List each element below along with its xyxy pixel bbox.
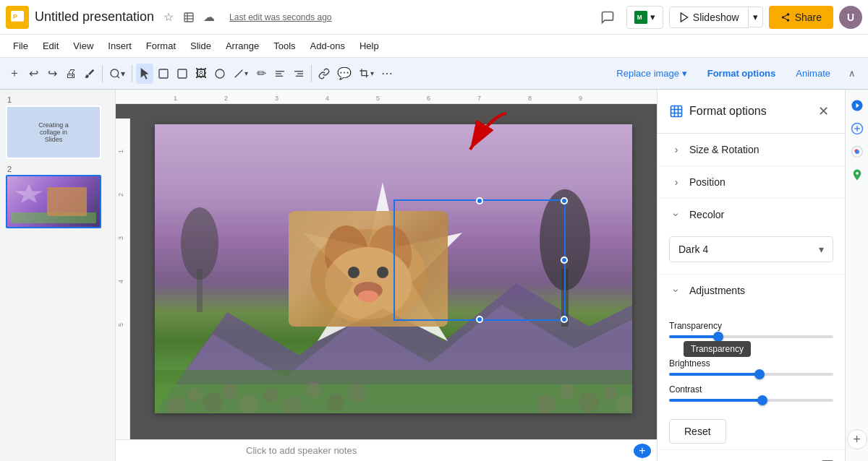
pen-tool[interactable]: ✏: [252, 64, 270, 84]
adjustments-header[interactable]: › Adjustments: [658, 275, 845, 306]
transparency-label: Transparency: [669, 321, 833, 331]
format-options-label: Format options: [707, 68, 776, 79]
menu-format[interactable]: Format: [139, 38, 183, 54]
sidebar-maps-icon[interactable]: [847, 165, 867, 185]
meet-icon-label: ▾: [650, 12, 655, 22]
transparency-slider-row: [669, 335, 833, 338]
size-rotation-header[interactable]: › Size & Rotation: [658, 134, 845, 165]
menu-slide[interactable]: Slide: [183, 38, 218, 54]
user-avatar[interactable]: U: [839, 6, 862, 29]
comment-tool[interactable]: 💬: [334, 64, 354, 84]
last-edit-status[interactable]: Last edit was seconds ago: [229, 12, 331, 22]
line-tool[interactable]: ▾: [230, 64, 251, 84]
transparency-slider[interactable]: [669, 335, 833, 338]
sidebar-google-icon[interactable]: [847, 119, 867, 139]
add-slide-toolbar-btn[interactable]: ＋: [6, 64, 23, 84]
size-rotation-title: Size & Rotation: [689, 144, 760, 155]
slideshow-dropdown[interactable]: ▾: [749, 7, 763, 27]
star-icon[interactable]: ☆: [160, 9, 177, 26]
toolbar-collapse-btn[interactable]: ∧: [842, 64, 862, 84]
align-left-tool[interactable]: [271, 64, 289, 84]
circle-tool[interactable]: [211, 64, 229, 84]
svg-rect-18: [296, 75, 303, 76]
drop-shadow-header[interactable]: › Drop shadow: [658, 450, 845, 461]
svg-text:P: P: [13, 13, 17, 20]
shape-tool[interactable]: [174, 64, 191, 84]
share-label: Share: [795, 12, 822, 23]
svg-rect-15: [276, 75, 283, 76]
position-section: › Position: [658, 166, 845, 199]
position-header[interactable]: › Position: [658, 166, 845, 198]
brightness-slider[interactable]: [669, 373, 833, 376]
svg-text:M: M: [637, 14, 642, 21]
svg-point-7: [111, 69, 119, 77]
slide-num-2: 2: [6, 165, 109, 173]
svg-text:8: 8: [528, 95, 532, 102]
toolbar-actions: Replace image ▾ Format options Animate ∧: [608, 64, 862, 84]
menu-file[interactable]: File: [6, 38, 35, 54]
svg-line-8: [117, 76, 119, 78]
slide-canvas[interactable]: [155, 124, 632, 413]
svg-marker-6: [681, 13, 687, 22]
contrast-thumb[interactable]: [757, 395, 767, 405]
panel-close-btn[interactable]: ✕: [813, 101, 833, 121]
toolbar-separator: [102, 65, 103, 82]
sidebar-add-btn[interactable]: +: [847, 429, 867, 449]
recolor-dropdown[interactable]: Dark 4 ▾: [669, 236, 833, 262]
contrast-slider-row: [669, 399, 833, 402]
menu-help[interactable]: Help: [352, 38, 386, 54]
menu-insert[interactable]: Insert: [101, 38, 139, 54]
share-button[interactable]: Share: [769, 6, 833, 29]
slide-thumb-2[interactable]: 2: [6, 165, 109, 228]
sidebar-explore-icon[interactable]: [847, 95, 867, 116]
undo-btn[interactable]: ↩: [25, 64, 42, 84]
slide-image-1[interactable]: Creating acollage inSlides: [6, 105, 101, 159]
tooltip-text: Transparency: [691, 344, 744, 354]
redo-btn[interactable]: ↪: [43, 64, 61, 84]
more-tool[interactable]: ⋯: [378, 64, 396, 84]
recolor-section: › Recolor Dark 4 ▾: [658, 199, 845, 275]
image-tool[interactable]: 🖼: [192, 64, 210, 84]
format-options-btn[interactable]: Format options: [699, 64, 785, 82]
size-rotation-chevron: ›: [669, 142, 684, 157]
brightness-thumb[interactable]: [754, 369, 765, 379]
menu-view[interactable]: View: [66, 38, 101, 54]
menu-arrange[interactable]: Arrange: [218, 38, 266, 54]
transparency-thumb[interactable]: [713, 332, 723, 342]
document-title[interactable]: Untitled presentation: [35, 9, 154, 25]
svg-text:7: 7: [477, 95, 481, 102]
print-btn[interactable]: 🖨: [62, 64, 80, 84]
contrast-slider[interactable]: [669, 399, 833, 402]
slide-thumb-1[interactable]: 1 Creating acollage inSlides: [6, 95, 109, 159]
menu-edit[interactable]: Edit: [35, 38, 66, 54]
slideshow-button[interactable]: Slideshow: [669, 7, 749, 28]
svg-point-61: [348, 267, 359, 278]
google-meet-button[interactable]: M ▾: [626, 6, 663, 29]
recolor-header[interactable]: › Recolor: [658, 199, 845, 231]
zoom-selector[interactable]: ▾: [106, 64, 128, 84]
toolbar: ＋ ↩ ↪ 🖨 ▾ 🖼 ▾ ✏ 💬 ▾ ⋯ R: [0, 58, 868, 90]
align-right-tool[interactable]: [290, 64, 307, 84]
menu-tools[interactable]: Tools: [266, 38, 302, 54]
sidebar-chrome-icon[interactable]: [847, 142, 867, 162]
cloud-icon[interactable]: ☁: [200, 9, 218, 26]
speaker-notes[interactable]: Click to add speaker notes: [246, 445, 357, 456]
paint-format-btn[interactable]: [81, 64, 98, 84]
comments-icon[interactable]: [595, 4, 621, 30]
slide-image-2[interactable]: [6, 175, 101, 228]
svg-point-38: [181, 207, 218, 280]
zoom-level: ▾: [121, 69, 125, 79]
select-tool[interactable]: [155, 64, 172, 84]
drive-icon[interactable]: [180, 9, 197, 26]
link-tool[interactable]: [315, 64, 333, 84]
reset-button[interactable]: Reset: [669, 419, 726, 444]
crop-tool[interactable]: ▾: [356, 64, 377, 84]
cursor-tool[interactable]: [136, 64, 153, 84]
replace-image-btn[interactable]: Replace image ▾: [608, 64, 695, 82]
panel-header: Format options ✕: [658, 90, 845, 134]
animate-btn[interactable]: Animate: [787, 64, 839, 82]
menu-addons[interactable]: Add-ons: [303, 38, 352, 54]
add-notes-btn[interactable]: +: [634, 444, 651, 458]
adjustments-chevron: ›: [669, 283, 684, 298]
recolor-chevron: ›: [669, 207, 684, 222]
